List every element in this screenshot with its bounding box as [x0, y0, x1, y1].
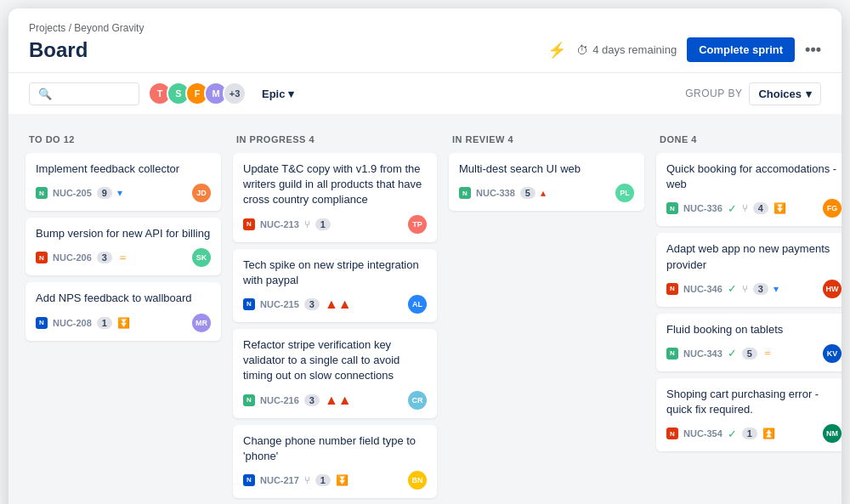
column-header-todo: TO DO 12	[26, 127, 221, 153]
timer: ⏱ 4 days remaining	[576, 43, 677, 57]
priority-high-icon: ▲▲	[325, 297, 352, 312]
chevron-down-icon: ▾	[117, 187, 122, 199]
toolbar-left: 🔍 T S F M +3 Epic ▾	[29, 82, 301, 105]
card-nuc-343[interactable]: Fluid booking on tablets N NUC-343 ✓ 5 ＝…	[656, 314, 842, 371]
ticket-id: NUC-354	[683, 428, 722, 439]
chevron-double-down-icon: ⏬	[117, 317, 130, 329]
card-nuc-354[interactable]: Shoping cart purchasing error - quick fi…	[656, 378, 842, 451]
ticket-id: NUC-217	[260, 475, 299, 485]
card-meta: N NUC-336 ✓ ⑂ 4 ⏬ FG	[666, 199, 842, 218]
priority-icon: ＝	[762, 346, 773, 360]
card-title: Shoping cart purchasing error - quick fi…	[666, 387, 842, 417]
chevron-double-down-icon: ⏬	[774, 202, 786, 214]
count-badge: 1	[315, 474, 331, 486]
avatar: AL	[408, 295, 427, 314]
card-nuc-213[interactable]: Update T&C copy with v1.9 from the write…	[233, 153, 437, 242]
count-badge: 3	[753, 283, 768, 295]
card-title: Bump version for new API for billing	[36, 226, 211, 241]
priority-icon: ＝	[117, 250, 128, 265]
ticket-badge: N	[666, 202, 678, 214]
choices-button[interactable]: Choices ▾	[749, 82, 821, 105]
card-meta: N NUC-205 9 ▾ JD	[36, 184, 211, 202]
board: TO DO 12 Implement feedback collector N …	[8, 114, 842, 504]
app-window: Projects / Beyond Gravity Board ⚡ ⏱ 4 da…	[8, 8, 842, 504]
card-meta: N NUC-338 5 ▴ PL	[459, 184, 634, 202]
chevron-down-icon: ▾	[288, 88, 294, 100]
avatar: FG	[823, 199, 842, 218]
avatar: NM	[823, 424, 842, 443]
avatar: PL	[615, 184, 634, 202]
card-title: Multi-dest search UI web	[459, 161, 634, 177]
complete-sprint-button[interactable]: Complete sprint	[687, 37, 795, 62]
avatar: HW	[823, 280, 842, 298]
toolbar-right: GROUP BY Choices ▾	[685, 82, 821, 105]
branch-icon: ⑂	[304, 474, 310, 486]
check-icon: ✓	[728, 347, 737, 360]
card-meta: N NUC-346 ✓ ⑂ 3 ▾ HW	[666, 280, 842, 298]
chevron-down-icon: ▾	[774, 283, 779, 295]
card-nuc-208[interactable]: Add NPS feedback to wallboard N NUC-208 …	[26, 282, 221, 340]
timer-label: 4 days remaining	[592, 43, 677, 56]
card-title: Fluid booking on tablets	[666, 322, 842, 337]
card-nuc-215[interactable]: Tech spike on new stripe integration wit…	[233, 249, 437, 322]
column-inprogress: IN PROGRESS 4 Update T&C copy with v1.9 …	[233, 127, 437, 504]
ticket-id: NUC-338	[476, 188, 515, 198]
ticket-badge: N	[36, 317, 48, 329]
count-badge: 3	[97, 252, 112, 263]
card-title: Add NPS feedback to wallboard	[36, 291, 211, 306]
card-meta: N NUC-217 ⑂ 1 ⏬ BN	[243, 471, 427, 490]
card-nuc-205[interactable]: Implement feedback collector N NUC-205 9…	[26, 153, 221, 211]
group-by-label: GROUP BY	[685, 88, 742, 99]
ticket-badge: N	[243, 394, 255, 406]
column-todo: TO DO 12 Implement feedback collector N …	[26, 127, 221, 504]
column-done: DONE 4 Quick booking for accomodations -…	[656, 127, 842, 504]
check-icon: ✓	[728, 202, 737, 215]
priority-high-icon: ▲▲	[325, 393, 352, 408]
avatar: TP	[408, 215, 427, 234]
column-header-inprogress: IN PROGRESS 4	[233, 127, 437, 153]
ticket-badge: N	[666, 348, 678, 360]
search-input[interactable]	[57, 88, 133, 100]
avatar: JD	[192, 184, 211, 202]
card-nuc-338[interactable]: Multi-dest search UI web N NUC-338 5 ▴ P…	[449, 153, 644, 211]
header-actions: ⚡ ⏱ 4 days remaining Complete sprint •••	[547, 37, 821, 62]
toolbar: 🔍 T S F M +3 Epic ▾ GROUP BY Choices ▾	[8, 73, 842, 114]
card-nuc-216[interactable]: Refactor stripe verification key validat…	[233, 329, 437, 418]
count-badge: 9	[97, 187, 112, 199]
ticket-id: NUC-206	[53, 252, 92, 263]
ticket-badge: N	[459, 187, 471, 199]
ticket-badge: N	[243, 474, 255, 486]
branch-icon: ⑂	[742, 283, 748, 295]
breadcrumb: Projects / Beyond Gravity	[29, 22, 821, 34]
branch-icon: ⑂	[742, 202, 748, 214]
ticket-badge: N	[243, 298, 255, 310]
epic-filter-button[interactable]: Epic ▾	[255, 83, 301, 105]
search-box[interactable]: 🔍	[29, 82, 139, 105]
check-icon: ✓	[728, 428, 737, 440]
avatar: SK	[192, 248, 211, 267]
page-header: Projects / Beyond Gravity Board ⚡ ⏱ 4 da…	[8, 8, 842, 73]
avatar-group[interactable]: T S F M +3	[148, 82, 246, 105]
sprint-icon[interactable]: ⚡	[547, 41, 566, 59]
card-nuc-217[interactable]: Change phone number field type to 'phone…	[233, 425, 437, 498]
ticket-id: NUC-343	[683, 348, 722, 359]
more-options-button[interactable]: •••	[805, 41, 821, 59]
count-badge: 1	[97, 317, 112, 329]
card-nuc-336[interactable]: Quick booking for accomodations - web N …	[656, 153, 842, 226]
count-badge: 1	[742, 428, 757, 439]
ticket-badge: N	[666, 428, 678, 439]
epic-label: Epic	[262, 88, 285, 100]
count-badge: 1	[315, 218, 331, 230]
count-badge: 5	[520, 187, 536, 199]
avatar-count[interactable]: +3	[223, 82, 246, 105]
card-nuc-346[interactable]: Adapt web app no new payments provider N…	[656, 233, 842, 306]
card-nuc-206[interactable]: Bump version for new API for billing N N…	[26, 218, 221, 275]
ticket-id: NUC-205	[53, 188, 92, 198]
ticket-id: NUC-215	[260, 299, 299, 309]
chevron-down-icon: ▾	[806, 88, 812, 100]
column-header-inreview: IN REVIEW 4	[449, 127, 644, 153]
branch-icon: ⑂	[304, 218, 310, 230]
clock-icon: ⏱	[576, 43, 588, 57]
card-meta: N NUC-206 3 ＝ SK	[36, 248, 211, 267]
card-meta: N NUC-343 ✓ 5 ＝ KV	[666, 344, 842, 363]
